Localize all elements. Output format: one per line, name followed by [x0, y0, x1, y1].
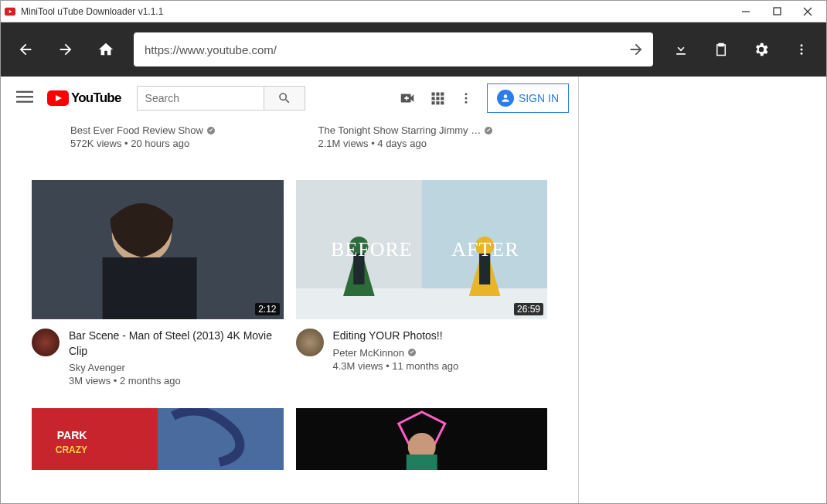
forward-button[interactable] [47, 31, 84, 68]
video-stats: 2.1M views • 4 days ago [318, 138, 548, 149]
menu-button[interactable] [10, 82, 39, 114]
navigate-button[interactable] [624, 37, 648, 62]
svg-point-43 [465, 101, 467, 104]
svg-rect-29 [16, 96, 33, 97]
channel-avatar[interactable] [32, 329, 60, 356]
minimize-button[interactable] [730, 1, 761, 22]
video-card: BEFORE AFTER 26:59 Editing YOUR Photos!!… [296, 180, 548, 387]
channel-name[interactable]: The Tonight Show Starring Jimmy … [318, 124, 482, 136]
verified-icon [484, 126, 493, 135]
svg-rect-32 [431, 93, 434, 96]
video-stats: 572K views • 20 hours ago [70, 138, 300, 149]
video-meta: Best Ever Food Review Show 572K views • … [70, 124, 300, 149]
title-bar: MiniTool uTube Downloader v1.1.1 [1, 1, 826, 22]
svg-text:PARK: PARK [57, 429, 87, 441]
video-thumbnail[interactable]: PARKCRAZY [32, 408, 284, 470]
svg-point-44 [504, 94, 508, 98]
verified-icon [407, 348, 417, 357]
svg-rect-34 [441, 93, 444, 96]
svg-point-7 [801, 44, 803, 46]
video-title[interactable]: Bar Scene - Man of Steel (2013) 4K Movie… [69, 329, 284, 359]
svg-point-8 [801, 49, 803, 51]
thumbnail-text: AFTER [451, 238, 519, 261]
home-button[interactable] [87, 31, 124, 68]
window-title: MiniTool uTube Downloader v1.1.1 [21, 6, 730, 17]
video-thumbnail[interactable] [296, 408, 548, 470]
video-card: 2:12 Bar Scene - Man of Steel (2013) 4K … [32, 180, 284, 387]
back-button[interactable] [7, 31, 44, 68]
svg-point-42 [465, 97, 467, 100]
channel-name[interactable]: Peter McKinnon [333, 347, 405, 359]
settings-button[interactable] [743, 31, 780, 68]
create-video-button[interactable] [399, 90, 416, 107]
video-stats: 4.3M views • 11 months ago [333, 360, 459, 372]
duration-badge: 26:59 [514, 303, 543, 315]
svg-point-9 [801, 53, 803, 55]
more-button[interactable] [783, 31, 820, 68]
svg-rect-30 [16, 101, 33, 103]
youtube-page: Best Ever Food Review Show 572K views • … [1, 77, 579, 504]
youtube-header: YouTube SIGN IN [1, 77, 578, 120]
sign-in-label: SIGN IN [519, 92, 559, 104]
svg-rect-6 [719, 44, 723, 46]
svg-rect-2 [774, 8, 781, 15]
app-icon [4, 5, 16, 18]
svg-rect-38 [431, 101, 434, 104]
url-bar [134, 32, 653, 66]
svg-rect-36 [436, 97, 439, 100]
apps-button[interactable] [430, 90, 445, 106]
svg-rect-40 [441, 101, 444, 104]
svg-point-41 [465, 93, 467, 95]
close-button[interactable] [792, 1, 823, 22]
thumbnail-text: BEFORE [331, 238, 413, 261]
video-title[interactable]: Editing YOUR Photos!! [333, 329, 459, 344]
video-meta: The Tonight Show Starring Jimmy … 2.1M v… [312, 124, 548, 149]
svg-rect-28 [16, 91, 33, 93]
video-thumbnail[interactable]: 2:12 [32, 180, 284, 319]
side-panel [579, 77, 826, 504]
svg-rect-35 [431, 97, 434, 100]
url-input[interactable] [145, 32, 624, 66]
video-thumbnail[interactable]: BEFORE AFTER 26:59 [296, 180, 548, 319]
svg-rect-39 [436, 101, 439, 104]
channel-name[interactable]: Sky Avenger [69, 362, 125, 373]
svg-text:CRAZY: CRAZY [56, 444, 87, 455]
person-icon [497, 90, 514, 107]
youtube-search-button[interactable] [264, 86, 305, 111]
svg-rect-27 [406, 455, 437, 470]
svg-rect-14 [103, 257, 197, 319]
clipboard-button[interactable] [703, 31, 740, 68]
channel-avatar[interactable] [296, 329, 324, 356]
duration-badge: 2:12 [255, 303, 279, 315]
verified-icon [206, 126, 216, 135]
svg-rect-37 [441, 97, 444, 100]
youtube-search-input[interactable] [137, 86, 264, 111]
browser-toolbar [1, 22, 826, 77]
svg-rect-17 [296, 288, 548, 319]
sign-in-button[interactable]: SIGN IN [487, 83, 569, 113]
video-stats: 3M views • 2 months ago [69, 375, 284, 387]
channel-name[interactable]: Best Ever Food Review Show [70, 124, 203, 136]
youtube-logo[interactable]: YouTube [47, 90, 121, 106]
options-button[interactable] [459, 91, 473, 105]
download-button[interactable] [662, 31, 699, 68]
youtube-logo-text: YouTube [71, 90, 121, 106]
svg-rect-33 [436, 93, 439, 96]
maximize-button[interactable] [761, 1, 792, 22]
